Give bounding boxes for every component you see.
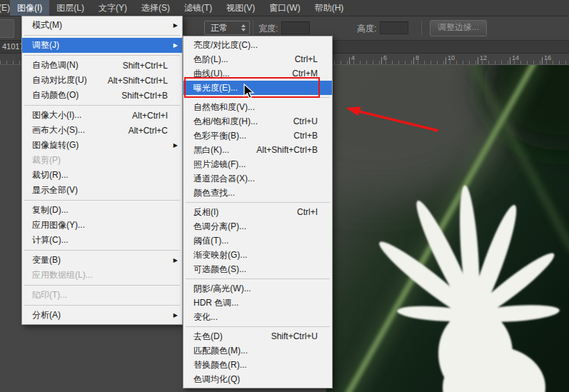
spinner-arrows-icon[interactable] bbox=[239, 21, 248, 34]
submenu-arrow-icon: ▶ bbox=[171, 312, 178, 318]
width-label: 宽度: bbox=[258, 23, 278, 35]
menu-separator bbox=[24, 305, 180, 306]
toolbar-separator bbox=[421, 20, 422, 36]
menu-item-label: 反相(I) bbox=[193, 206, 218, 218]
submenu-arrow-icon: ▶ bbox=[171, 142, 178, 149]
menubar-item[interactable]: 图层(L) bbox=[49, 0, 91, 16]
tool-preset-button[interactable] bbox=[0, 19, 14, 38]
menu-item[interactable]: 匹配颜色(M)... ▶ bbox=[183, 343, 332, 358]
menu-item[interactable]: 调整(J) ▶ bbox=[22, 38, 182, 53]
menu-item[interactable]: 显示全部(V) ▶ bbox=[22, 183, 182, 198]
menu-item[interactable]: 裁切(R)... ▶ bbox=[22, 168, 182, 183]
menubar-item-label: 文字(Y) bbox=[99, 3, 127, 13]
menu-item[interactable]: 变化... ▶ bbox=[183, 310, 332, 324]
menu-item[interactable]: 黑白(K)... Alt+Shift+Ctrl+B ▶ bbox=[183, 143, 332, 157]
document-tab-title[interactable]: 41017 bbox=[0, 42, 24, 51]
menu-item[interactable]: 计算(C)... ▶ bbox=[22, 233, 182, 248]
menu-item[interactable]: 自然饱和度(V)... ▶ bbox=[183, 100, 332, 114]
menu-item[interactable]: 通道混合器(X)... ▶ bbox=[183, 171, 332, 186]
ruler-major-tick bbox=[381, 57, 382, 64]
menu-item-label: 画布大小(S)... bbox=[32, 124, 85, 136]
menubar-items: 图像(I)图层(L)文字(Y)选择(S)滤镜(T)视图(V)窗口(W)帮助(H) bbox=[10, 0, 351, 16]
menu-item[interactable]: 色相/饱和度(H)... Ctrl+U ▶ bbox=[183, 114, 332, 129]
width-input[interactable] bbox=[281, 21, 310, 34]
menu-item[interactable]: 画布大小(S)... Alt+Ctrl+C ▶ bbox=[22, 123, 182, 138]
menu-item[interactable]: 照片滤镜(F)... ▶ bbox=[183, 157, 332, 171]
menu-item[interactable]: 色彩平衡(B)... Ctrl+B ▶ bbox=[183, 129, 332, 143]
menu-item[interactable]: 应用图像(Y)... ▶ bbox=[22, 218, 182, 233]
menu-item[interactable]: 替换颜色(R)... ▶ bbox=[183, 358, 332, 372]
menu-item-label: 可选颜色(S)... bbox=[193, 263, 246, 276]
menu-item[interactable]: 色调分离(P)... ▶ bbox=[183, 219, 332, 233]
menu-item[interactable]: 色阶(L)... Ctrl+L ▶ bbox=[183, 52, 332, 66]
menu-item-label: 变化... bbox=[193, 311, 218, 323]
menubar-item-label: 滤镜(T) bbox=[184, 3, 212, 13]
menubar-item[interactable]: 文字(Y) bbox=[91, 0, 134, 16]
menu-item[interactable]: 图像大小(I)... Alt+Ctrl+I ▶ bbox=[22, 108, 182, 123]
menubar-item[interactable]: 滤镜(T) bbox=[177, 0, 219, 16]
blend-mode-select[interactable]: 正常 bbox=[204, 21, 250, 35]
menu-item[interactable]: 复制(D)... ▶ bbox=[22, 203, 182, 218]
menu-item[interactable]: 颜色查找... ▶ bbox=[183, 186, 332, 200]
menu-item[interactable]: 模式(M) ▶ bbox=[22, 18, 182, 33]
menu-item[interactable]: 图像旋转(G) ▶ bbox=[22, 138, 182, 153]
menu-item[interactable]: 色调均化(Q) ▶ bbox=[183, 372, 332, 386]
submenu-arrow-icon: ▶ bbox=[171, 257, 178, 263]
menubar-item[interactable]: 窗口(W) bbox=[262, 0, 307, 16]
submenu-arrow-icon: ▶ bbox=[171, 42, 178, 49]
menu-item[interactable]: 变量(B) ▶ bbox=[22, 253, 182, 268]
menu-bar: 辑(E) 图像(I)图层(L)文字(Y)选择(S)滤镜(T)视图(V)窗口(W)… bbox=[0, 0, 569, 16]
ruler-major-tick bbox=[510, 57, 510, 64]
menu-item[interactable]: 去色(D) Shift+Ctrl+U ▶ bbox=[183, 329, 332, 343]
menubar-item[interactable]: 选择(S) bbox=[134, 0, 177, 16]
height-input[interactable] bbox=[380, 21, 408, 34]
menu-item[interactable]: 分析(A) ▶ bbox=[22, 308, 182, 323]
menu-item-label: 调整(J) bbox=[32, 39, 59, 51]
menu-item[interactable]: 反相(I) Ctrl+I ▶ bbox=[183, 205, 332, 219]
ruler-number: 8 bbox=[416, 54, 419, 61]
menu-item[interactable]: 可选颜色(S)... ▶ bbox=[183, 262, 332, 276]
menu-item-label: HDR 色调... bbox=[193, 297, 238, 309]
photoshop-window: 辑(E) 图像(I)图层(L)文字(Y)选择(S)滤镜(T)视图(V)窗口(W)… bbox=[0, 0, 569, 392]
height-label: 高度: bbox=[357, 23, 376, 35]
menu-item[interactable]: 渐变映射(G)... ▶ bbox=[183, 248, 332, 262]
menu-item[interactable]: 亮度/对比度(C)... ▶ bbox=[183, 38, 332, 52]
menubar-item[interactable]: 帮助(H) bbox=[308, 0, 351, 16]
annotation-arrow bbox=[336, 99, 450, 141]
menu-item[interactable]: 自动颜色(O) Shift+Ctrl+B ▶ bbox=[22, 88, 182, 103]
ruler-number: 12 bbox=[480, 54, 487, 61]
menu-item-label: 自动色调(N) bbox=[32, 59, 79, 71]
menubar-item-label: 选择(S) bbox=[141, 3, 170, 13]
menu-item-label: 黑白(K)... bbox=[193, 144, 229, 156]
menu-item-shortcut: Alt+Shift+Ctrl+B bbox=[245, 145, 318, 155]
menubar-item[interactable]: 图像(I) bbox=[10, 0, 49, 16]
menu-item[interactable]: 应用数据组(L)... ▶ bbox=[22, 268, 182, 283]
menu-item-label: 应用图像(Y)... bbox=[32, 219, 85, 231]
ruler-number: 14 bbox=[512, 54, 519, 61]
menu-item-shortcut: Ctrl+U bbox=[282, 116, 318, 126]
menu-item[interactable]: 自动对比度(U) Alt+Shift+Ctrl+L ▶ bbox=[22, 73, 182, 88]
refine-edge-button[interactable]: 调整边缘... bbox=[430, 20, 487, 36]
toolbar-separator bbox=[253, 20, 253, 36]
menu-item-label: 陷印(T)... bbox=[32, 289, 67, 301]
menu-item-label: 显示全部(V) bbox=[32, 184, 78, 196]
menu-item-label: 色彩平衡(B)... bbox=[193, 130, 246, 142]
menu-item-label: 色调均化(Q) bbox=[193, 373, 240, 386]
menu-item-label: 亮度/对比度(C)... bbox=[193, 39, 258, 51]
menu-item[interactable]: 自动色调(N) Shift+Ctrl+L ▶ bbox=[22, 58, 182, 73]
menu-item[interactable]: 阴影/高光(W)... ▶ bbox=[183, 281, 332, 296]
menu-item-label: 颜色查找... bbox=[193, 187, 235, 199]
menubar-item[interactable]: 视图(V) bbox=[219, 0, 262, 16]
menu-item[interactable]: 陷印(T)... ▶ bbox=[22, 288, 182, 303]
menu-item[interactable]: HDR 色调... ▶ bbox=[183, 296, 332, 310]
menu-item[interactable]: 阈值(T)... ▶ bbox=[183, 233, 332, 248]
menubar-item-partial[interactable]: 辑(E) bbox=[0, 0, 10, 16]
ruler-number: 16 bbox=[544, 54, 551, 61]
ruler-number: 6 bbox=[383, 54, 387, 61]
menu-item-label: 图像旋转(G) bbox=[32, 139, 79, 151]
ruler-number: 4 bbox=[351, 54, 355, 61]
menu-item[interactable]: 裁剪(P) ▶ bbox=[22, 153, 182, 168]
menu-item-shortcut: Shift+Ctrl+L bbox=[111, 61, 168, 71]
menu-item-shortcut: Ctrl+B bbox=[282, 131, 318, 141]
menu-separator bbox=[186, 326, 330, 327]
